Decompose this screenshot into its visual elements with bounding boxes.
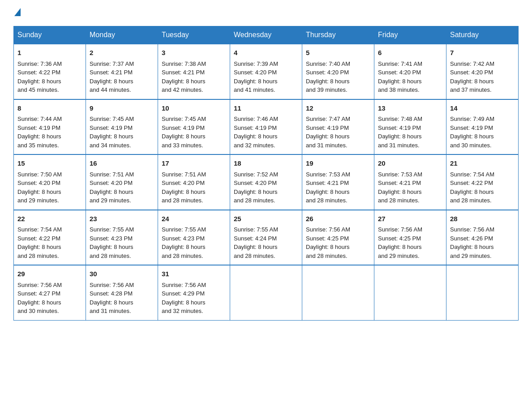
calendar-cell: 18Sunrise: 7:52 AMSunset: 4:20 PMDayligh… (230, 154, 302, 210)
day-info: Sunrise: 7:39 AMSunset: 4:20 PMDaylight:… (234, 60, 298, 94)
calendar-cell: 6Sunrise: 7:41 AMSunset: 4:20 PMDaylight… (374, 44, 446, 99)
calendar-cell: 24Sunrise: 7:55 AMSunset: 4:23 PMDayligh… (158, 210, 230, 265)
day-number: 5 (306, 48, 370, 58)
calendar-cell: 1Sunrise: 7:36 AMSunset: 4:22 PMDaylight… (14, 44, 86, 99)
day-info: Sunrise: 7:56 AMSunset: 4:25 PMDaylight:… (306, 225, 370, 260)
logo-area (13, 9, 21, 18)
weekday-header-saturday: Saturday (446, 26, 519, 44)
day-number: 19 (306, 158, 370, 169)
day-number: 29 (17, 269, 82, 279)
day-number: 14 (450, 103, 515, 114)
day-info: Sunrise: 7:40 AMSunset: 4:20 PMDaylight:… (306, 60, 370, 94)
weekday-header-thursday: Thursday (302, 26, 374, 44)
calendar-cell: 3Sunrise: 7:38 AMSunset: 4:21 PMDaylight… (158, 44, 230, 99)
calendar-cell: 2Sunrise: 7:37 AMSunset: 4:21 PMDaylight… (86, 44, 158, 99)
day-info: Sunrise: 7:52 AMSunset: 4:20 PMDaylight:… (234, 170, 298, 205)
calendar-cell: 9Sunrise: 7:45 AMSunset: 4:19 PMDaylight… (86, 99, 158, 155)
day-info: Sunrise: 7:42 AMSunset: 4:20 PMDaylight:… (450, 60, 515, 94)
day-info: Sunrise: 7:45 AMSunset: 4:19 PMDaylight:… (162, 115, 226, 150)
day-info: Sunrise: 7:47 AMSunset: 4:19 PMDaylight:… (306, 115, 370, 150)
day-number: 24 (162, 214, 226, 224)
day-number: 16 (90, 158, 154, 169)
day-info: Sunrise: 7:44 AMSunset: 4:19 PMDaylight:… (17, 115, 82, 150)
calendar-cell: 16Sunrise: 7:51 AMSunset: 4:20 PMDayligh… (86, 154, 158, 210)
weekday-header-tuesday: Tuesday (158, 26, 230, 44)
weekday-header-wednesday: Wednesday (230, 26, 302, 44)
day-info: Sunrise: 7:56 AMSunset: 4:29 PMDaylight:… (162, 281, 226, 316)
day-number: 22 (17, 214, 82, 224)
day-number: 25 (234, 214, 298, 224)
day-info: Sunrise: 7:53 AMSunset: 4:21 PMDaylight:… (378, 170, 442, 205)
calendar-cell: 12Sunrise: 7:47 AMSunset: 4:19 PMDayligh… (302, 99, 374, 155)
calendar-cell: 28Sunrise: 7:56 AMSunset: 4:26 PMDayligh… (446, 210, 519, 265)
calendar-cell (230, 265, 302, 320)
day-number: 31 (162, 269, 226, 279)
day-info: Sunrise: 7:38 AMSunset: 4:21 PMDaylight:… (162, 60, 226, 94)
calendar-cell: 22Sunrise: 7:54 AMSunset: 4:22 PMDayligh… (14, 210, 86, 265)
day-info: Sunrise: 7:56 AMSunset: 4:26 PMDaylight:… (450, 225, 515, 260)
day-info: Sunrise: 7:36 AMSunset: 4:22 PMDaylight:… (17, 60, 82, 94)
day-number: 9 (90, 103, 154, 114)
day-number: 6 (378, 48, 442, 58)
day-info: Sunrise: 7:51 AMSunset: 4:20 PMDaylight:… (162, 170, 226, 205)
day-number: 20 (378, 158, 442, 169)
logo-triangle-icon (14, 8, 21, 16)
calendar-cell: 15Sunrise: 7:50 AMSunset: 4:20 PMDayligh… (14, 154, 86, 210)
week-row-4: 22Sunrise: 7:54 AMSunset: 4:22 PMDayligh… (14, 210, 519, 265)
weekday-header-row: SundayMondayTuesdayWednesdayThursdayFrid… (14, 26, 519, 44)
day-number: 11 (234, 103, 298, 114)
day-info: Sunrise: 7:56 AMSunset: 4:25 PMDaylight:… (378, 225, 442, 260)
calendar-cell: 5Sunrise: 7:40 AMSunset: 4:20 PMDaylight… (302, 44, 374, 99)
day-info: Sunrise: 7:48 AMSunset: 4:19 PMDaylight:… (378, 115, 442, 150)
calendar-cell: 7Sunrise: 7:42 AMSunset: 4:20 PMDaylight… (446, 44, 519, 99)
day-info: Sunrise: 7:54 AMSunset: 4:22 PMDaylight:… (450, 170, 515, 205)
week-row-1: 1Sunrise: 7:36 AMSunset: 4:22 PMDaylight… (14, 44, 519, 99)
day-number: 12 (306, 103, 370, 114)
day-number: 15 (17, 158, 82, 169)
day-info: Sunrise: 7:45 AMSunset: 4:19 PMDaylight:… (90, 115, 154, 150)
day-number: 8 (17, 103, 82, 114)
day-info: Sunrise: 7:41 AMSunset: 4:20 PMDaylight:… (378, 60, 442, 94)
day-number: 7 (450, 48, 515, 58)
calendar-cell: 10Sunrise: 7:45 AMSunset: 4:19 PMDayligh… (158, 99, 230, 155)
day-number: 21 (450, 158, 515, 169)
day-info: Sunrise: 7:56 AMSunset: 4:27 PMDaylight:… (17, 281, 82, 316)
calendar-cell: 14Sunrise: 7:49 AMSunset: 4:19 PMDayligh… (446, 99, 519, 155)
day-info: Sunrise: 7:55 AMSunset: 4:24 PMDaylight:… (234, 225, 298, 260)
calendar-cell: 29Sunrise: 7:56 AMSunset: 4:27 PMDayligh… (14, 265, 86, 320)
calendar-cell: 31Sunrise: 7:56 AMSunset: 4:29 PMDayligh… (158, 265, 230, 320)
weekday-header-friday: Friday (374, 26, 446, 44)
day-number: 30 (90, 269, 154, 279)
day-number: 17 (162, 158, 226, 169)
day-number: 3 (162, 48, 226, 58)
day-info: Sunrise: 7:51 AMSunset: 4:20 PMDaylight:… (90, 170, 154, 205)
day-info: Sunrise: 7:53 AMSunset: 4:21 PMDaylight:… (306, 170, 370, 205)
day-number: 23 (90, 214, 154, 224)
calendar-cell: 30Sunrise: 7:56 AMSunset: 4:28 PMDayligh… (86, 265, 158, 320)
week-row-2: 8Sunrise: 7:44 AMSunset: 4:19 PMDaylight… (14, 99, 519, 155)
calendar-cell: 4Sunrise: 7:39 AMSunset: 4:20 PMDaylight… (230, 44, 302, 99)
weekday-header-sunday: Sunday (14, 26, 86, 44)
day-info: Sunrise: 7:49 AMSunset: 4:19 PMDaylight:… (450, 115, 515, 150)
day-number: 26 (306, 214, 370, 224)
weekday-header-monday: Monday (86, 26, 158, 44)
calendar-cell: 26Sunrise: 7:56 AMSunset: 4:25 PMDayligh… (302, 210, 374, 265)
page-header (13, 9, 519, 18)
day-number: 2 (90, 48, 154, 58)
calendar-cell: 19Sunrise: 7:53 AMSunset: 4:21 PMDayligh… (302, 154, 374, 210)
calendar-cell: 25Sunrise: 7:55 AMSunset: 4:24 PMDayligh… (230, 210, 302, 265)
day-info: Sunrise: 7:46 AMSunset: 4:19 PMDaylight:… (234, 115, 298, 150)
week-row-5: 29Sunrise: 7:56 AMSunset: 4:27 PMDayligh… (14, 265, 519, 320)
day-number: 28 (450, 214, 515, 224)
day-number: 4 (234, 48, 298, 58)
day-info: Sunrise: 7:50 AMSunset: 4:20 PMDaylight:… (17, 170, 82, 205)
calendar-cell (446, 265, 519, 320)
calendar-cell: 23Sunrise: 7:55 AMSunset: 4:23 PMDayligh… (86, 210, 158, 265)
calendar-cell: 8Sunrise: 7:44 AMSunset: 4:19 PMDaylight… (14, 99, 86, 155)
calendar-cell: 17Sunrise: 7:51 AMSunset: 4:20 PMDayligh… (158, 154, 230, 210)
calendar-cell: 13Sunrise: 7:48 AMSunset: 4:19 PMDayligh… (374, 99, 446, 155)
day-number: 1 (17, 48, 82, 58)
week-row-3: 15Sunrise: 7:50 AMSunset: 4:20 PMDayligh… (14, 154, 519, 210)
calendar-cell: 11Sunrise: 7:46 AMSunset: 4:19 PMDayligh… (230, 99, 302, 155)
day-info: Sunrise: 7:37 AMSunset: 4:21 PMDaylight:… (90, 60, 154, 94)
